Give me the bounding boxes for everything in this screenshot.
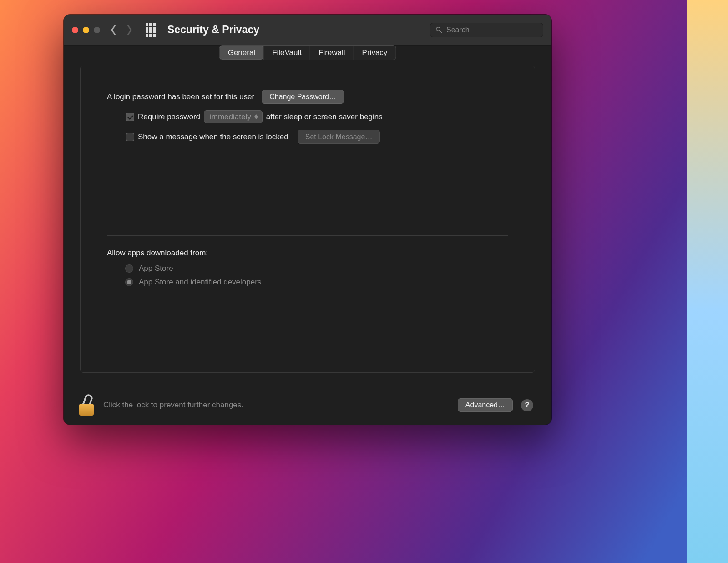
forward-button[interactable] <box>126 25 133 36</box>
lock-icon[interactable] <box>76 395 96 416</box>
require-password-delay-value: immediately <box>210 112 251 122</box>
pane-content: General FileVault Firewall Privacy A log… <box>64 46 551 385</box>
search-input[interactable] <box>446 26 538 34</box>
lock-hint-text: Click the lock to prevent further change… <box>103 401 243 410</box>
show-lock-message-checkbox[interactable] <box>126 133 134 141</box>
close-window-button[interactable] <box>72 27 78 33</box>
require-password-suffix: after sleep or screen saver begins <box>266 112 383 122</box>
radio-app-store-dev-label: App Store and identified developers <box>139 278 261 287</box>
allow-apps-section: Allow apps downloaded from: App Store Ap… <box>107 235 508 291</box>
tab-firewall[interactable]: Firewall <box>310 46 354 60</box>
set-lock-message-button[interactable]: Set Lock Message… <box>298 130 380 144</box>
back-button[interactable] <box>110 25 116 36</box>
footer: Click the lock to prevent further change… <box>64 385 551 425</box>
radio-app-store-label: App Store <box>139 264 173 273</box>
radio-app-store[interactable] <box>125 264 133 273</box>
allow-apps-label: Allow apps downloaded from: <box>107 249 508 258</box>
preferences-window: Security & Privacy General FileVault Fir… <box>64 15 551 425</box>
zoom-window-button[interactable] <box>94 27 100 33</box>
show-lock-message-label: Show a message when the screen is locked <box>138 132 288 142</box>
search-icon <box>435 26 443 34</box>
divider <box>107 235 508 236</box>
tab-privacy[interactable]: Privacy <box>354 46 396 60</box>
select-stepper-icon <box>254 114 258 119</box>
general-panel: A login password has been set for this u… <box>80 66 535 373</box>
require-password-prefix: Require password <box>138 112 200 122</box>
show-all-button[interactable] <box>146 23 157 37</box>
change-password-button[interactable]: Change Password… <box>262 90 344 104</box>
search-field[interactable] <box>430 23 543 37</box>
svg-line-1 <box>440 31 442 33</box>
radio-app-store-dev[interactable] <box>125 278 133 286</box>
help-button[interactable]: ? <box>521 399 533 411</box>
tab-bar: General FileVault Firewall Privacy <box>219 45 396 60</box>
tab-general[interactable]: General <box>220 46 263 60</box>
nav-buttons <box>110 25 133 36</box>
svg-point-0 <box>436 27 440 31</box>
require-password-checkbox[interactable] <box>126 113 134 121</box>
login-password-status-text: A login password has been set for this u… <box>107 92 254 101</box>
require-password-delay-select[interactable]: immediately <box>204 110 263 123</box>
window-title: Security & Privacy <box>167 24 259 36</box>
advanced-button[interactable]: Advanced… <box>458 398 513 412</box>
window-controls <box>72 27 100 33</box>
minimize-window-button[interactable] <box>83 27 89 33</box>
titlebar: Security & Privacy <box>64 15 551 46</box>
tab-filevault[interactable]: FileVault <box>263 46 310 60</box>
